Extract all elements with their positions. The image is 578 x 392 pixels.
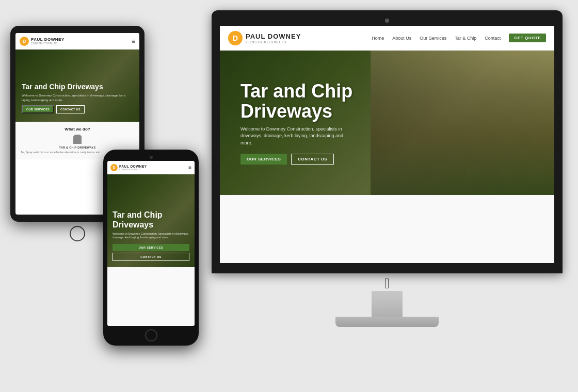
phone-hero-subtitle: Welcome to Downney Construction, special… xyxy=(113,232,189,240)
phone-logo-icon: D xyxy=(110,164,118,171)
imac-screen-outer: D PAUL DOWNEY CONSTRUCTION LTD Home Abou… xyxy=(212,10,563,273)
tablet-contact-us-button[interactable]: CONTACT US xyxy=(56,105,85,113)
tablet-hero-title: Tar and Chip Driveways xyxy=(22,83,133,91)
imac-device: D PAUL DOWNEY CONSTRUCTION LTD Home Abou… xyxy=(212,10,563,361)
tablet-our-services-button[interactable]: OUR SERVICES xyxy=(22,105,54,113)
phone-nav: D PAUL DOWNEY CONSTRUCTION LTD ≡ xyxy=(107,161,195,174)
tar-chip-label: TAR & CHIP DRIVEWAYS xyxy=(21,146,134,149)
get-quote-button[interactable]: GET QUOTE xyxy=(509,34,546,42)
imac-stand-neck xyxy=(372,291,403,317)
imac-camera xyxy=(385,19,389,23)
tablet-hero-buttons: OUR SERVICES CONTACT US xyxy=(22,105,133,113)
tablet-logo-icon: D xyxy=(20,37,29,46)
website-hero: Tar and Chip Driveways Welcome to Downne… xyxy=(220,51,554,195)
phone-section xyxy=(107,267,195,326)
website-section xyxy=(220,195,554,263)
tar-chip-icon xyxy=(73,135,82,144)
our-services-button[interactable]: OUR SERVICES xyxy=(240,154,287,165)
nav-tar-chip[interactable]: Tar & Chip xyxy=(455,36,476,41)
nav-about[interactable]: About Us xyxy=(392,36,411,41)
nav-links: Home About Us Our Services Tar & Chip Co… xyxy=(372,34,546,42)
phone-hero-title: Tar and Chip Driveways xyxy=(113,210,189,230)
tablet-logo-text: PAUL DOWNEY CONSTRUCTION LTD xyxy=(31,37,65,45)
tablet-logo-name: PAUL DOWNEY xyxy=(31,37,65,42)
imac-screen: D PAUL DOWNEY CONSTRUCTION LTD Home Abou… xyxy=(220,26,554,263)
hero-buttons: OUR SERVICES CONTACT US xyxy=(240,154,534,165)
phone-device: D PAUL DOWNEY CONSTRUCTION LTD ≡ Tar and… xyxy=(103,150,199,366)
phone-home-button[interactable] xyxy=(145,329,157,341)
phone-contact-us-button[interactable]: CONTACT US xyxy=(113,253,189,261)
phone-logo-sub: CONSTRUCTION LTD xyxy=(119,168,147,171)
website-nav: D PAUL DOWNEY CONSTRUCTION LTD Home Abou… xyxy=(220,26,554,51)
logo-sub: CONSTRUCTION LTD xyxy=(246,40,301,44)
tablet-logo-sub: CONSTRUCTION LTD xyxy=(31,42,65,45)
hero-title: Tar and Chip Driveways xyxy=(240,81,534,122)
phone-menu-icon[interactable]: ≡ xyxy=(188,165,191,170)
hero-subtitle: Welcome to Downney Construction, special… xyxy=(240,126,344,147)
logo-name: PAUL DOWNEY xyxy=(246,32,301,40)
tablet-hero: Tar and Chip Driveways Welcome to Downne… xyxy=(15,50,139,122)
hero-background-image xyxy=(371,51,554,195)
phone-hero: Tar and Chip Driveways Welcome to Downne… xyxy=(107,174,195,267)
apple-logo:  xyxy=(212,276,563,291)
logo-icon: D xyxy=(228,31,243,45)
nav-contact[interactable]: Contact xyxy=(485,36,501,41)
phone-body: D PAUL DOWNEY CONSTRUCTION LTD ≡ Tar and… xyxy=(103,150,199,346)
phone-hero-buttons: OUR SERVICES CONTACT US xyxy=(113,244,189,261)
phone-our-services-button[interactable]: OUR SERVICES xyxy=(113,244,189,251)
phone-logo-name: PAUL DOWNEY xyxy=(119,165,147,168)
phone-logo-text: PAUL DOWNEY CONSTRUCTION LTD xyxy=(119,165,147,171)
nav-services[interactable]: Our Services xyxy=(420,36,446,41)
phone-screen: D PAUL DOWNEY CONSTRUCTION LTD ≡ Tar and… xyxy=(107,161,195,326)
tablet-home-button[interactable] xyxy=(70,226,85,241)
phone-camera xyxy=(150,156,153,159)
logo-block: PAUL DOWNEY CONSTRUCTION LTD xyxy=(246,32,301,44)
contact-us-button[interactable]: CONTACT US xyxy=(291,154,334,165)
tablet-hero-subtitle: Welcome to Downney Construction, special… xyxy=(22,93,133,102)
tablet-what-title: What we do? xyxy=(21,127,134,132)
imac-stand-base xyxy=(335,317,439,327)
tablet-menu-icon[interactable]: ≡ xyxy=(132,38,135,45)
nav-home[interactable]: Home xyxy=(372,36,384,41)
tablet-nav: D PAUL DOWNEY CONSTRUCTION LTD ≡ xyxy=(15,33,139,50)
